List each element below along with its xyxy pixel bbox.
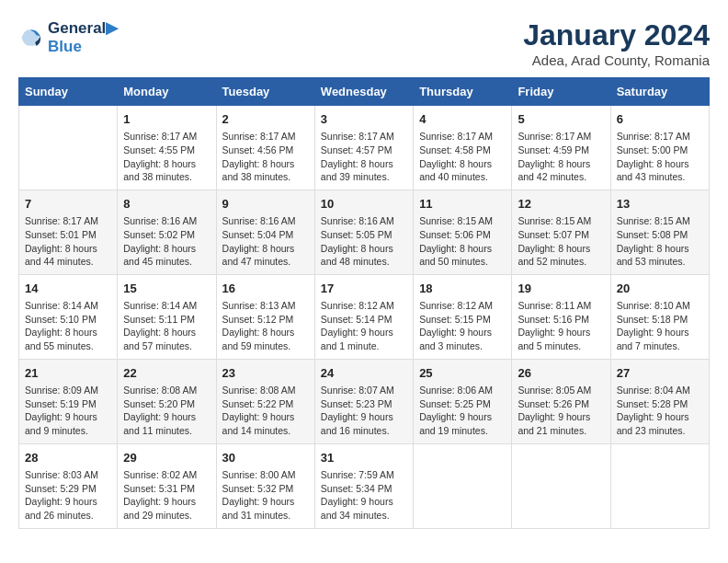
calendar-cell: 31Sunrise: 7:59 AM Sunset: 5:34 PM Dayli…: [314, 443, 413, 528]
calendar-cell: 19Sunrise: 8:11 AM Sunset: 5:16 PM Dayli…: [512, 274, 610, 359]
day-info: Sunrise: 8:11 AM Sunset: 5:16 PM Dayligh…: [518, 299, 604, 353]
calendar-table: SundayMondayTuesdayWednesdayThursdayFrid…: [18, 77, 710, 529]
day-number: 18: [419, 281, 506, 297]
calendar-cell: 3Sunrise: 8:17 AM Sunset: 4:57 PM Daylig…: [314, 106, 413, 190]
week-row-1: 7Sunrise: 8:17 AM Sunset: 5:01 PM Daylig…: [19, 190, 710, 274]
day-number: 8: [123, 196, 210, 213]
logo-text: General▶ Blue: [48, 18, 118, 56]
day-info: Sunrise: 8:03 AM Sunset: 5:29 PM Dayligh…: [25, 468, 111, 523]
calendar-cell: 27Sunrise: 8:04 AM Sunset: 5:28 PM Dayli…: [610, 359, 709, 443]
day-number: 2: [222, 111, 309, 128]
calendar-header: SundayMondayTuesdayWednesdayThursdayFrid…: [19, 78, 710, 106]
day-info: Sunrise: 8:08 AM Sunset: 5:22 PM Dayligh…: [222, 384, 309, 438]
calendar-cell: [19, 106, 118, 190]
header-row: SundayMondayTuesdayWednesdayThursdayFrid…: [19, 78, 710, 106]
week-row-2: 14Sunrise: 8:14 AM Sunset: 5:10 PM Dayli…: [19, 274, 710, 359]
day-number: 20: [617, 281, 703, 297]
day-info: Sunrise: 8:08 AM Sunset: 5:20 PM Dayligh…: [123, 384, 210, 438]
day-info: Sunrise: 8:17 AM Sunset: 5:00 PM Dayligh…: [617, 130, 703, 184]
calendar-cell: [512, 443, 610, 528]
header-thursday: Thursday: [414, 78, 512, 106]
logo: General▶ Blue: [18, 18, 118, 56]
day-number: 6: [617, 111, 703, 128]
header-wednesday: Wednesday: [314, 78, 413, 106]
day-info: Sunrise: 8:17 AM Sunset: 5:01 PM Dayligh…: [25, 214, 111, 269]
day-info: Sunrise: 8:02 AM Sunset: 5:31 PM Dayligh…: [123, 468, 210, 523]
calendar-cell: 1Sunrise: 8:17 AM Sunset: 4:55 PM Daylig…: [118, 106, 216, 190]
day-number: 17: [321, 281, 407, 297]
day-number: 3: [321, 111, 407, 128]
day-info: Sunrise: 8:16 AM Sunset: 5:05 PM Dayligh…: [321, 214, 407, 269]
title-area: January 2024 Adea, Arad County, Romania: [523, 18, 710, 68]
day-number: 26: [518, 365, 604, 382]
calendar-cell: 13Sunrise: 8:15 AM Sunset: 5:08 PM Dayli…: [610, 190, 709, 274]
logo-icon: [18, 25, 44, 51]
calendar-cell: 17Sunrise: 8:12 AM Sunset: 5:14 PM Dayli…: [314, 274, 413, 359]
calendar-cell: 18Sunrise: 8:12 AM Sunset: 5:15 PM Dayli…: [414, 274, 512, 359]
calendar-cell: 9Sunrise: 8:16 AM Sunset: 5:04 PM Daylig…: [216, 190, 314, 274]
day-number: 1: [123, 111, 210, 128]
calendar-cell: 7Sunrise: 8:17 AM Sunset: 5:01 PM Daylig…: [19, 190, 118, 274]
day-info: Sunrise: 8:15 AM Sunset: 5:07 PM Dayligh…: [518, 214, 604, 269]
day-info: Sunrise: 8:17 AM Sunset: 4:57 PM Dayligh…: [321, 130, 407, 184]
day-number: 19: [518, 281, 604, 297]
week-row-0: 1Sunrise: 8:17 AM Sunset: 4:55 PM Daylig…: [19, 106, 710, 190]
day-info: Sunrise: 8:15 AM Sunset: 5:08 PM Dayligh…: [617, 214, 703, 269]
day-number: 10: [321, 196, 407, 213]
day-info: Sunrise: 8:13 AM Sunset: 5:12 PM Dayligh…: [222, 299, 309, 353]
day-info: Sunrise: 8:17 AM Sunset: 4:55 PM Dayligh…: [123, 130, 210, 184]
day-info: Sunrise: 8:16 AM Sunset: 5:04 PM Dayligh…: [222, 214, 309, 269]
day-number: 13: [617, 196, 703, 213]
day-info: Sunrise: 8:07 AM Sunset: 5:23 PM Dayligh…: [321, 384, 407, 438]
day-number: 4: [419, 111, 506, 128]
main-title: January 2024: [523, 18, 710, 52]
header: General▶ Blue January 2024 Adea, Arad Co…: [18, 18, 710, 68]
day-info: Sunrise: 8:17 AM Sunset: 4:58 PM Dayligh…: [419, 130, 506, 184]
calendar-cell: 25Sunrise: 8:06 AM Sunset: 5:25 PM Dayli…: [414, 359, 512, 443]
day-number: 22: [123, 365, 210, 382]
day-info: Sunrise: 8:17 AM Sunset: 4:59 PM Dayligh…: [518, 130, 604, 184]
calendar-cell: 11Sunrise: 8:15 AM Sunset: 5:06 PM Dayli…: [414, 190, 512, 274]
day-number: 5: [518, 111, 604, 128]
calendar-cell: 2Sunrise: 8:17 AM Sunset: 4:56 PM Daylig…: [216, 106, 314, 190]
calendar-cell: 24Sunrise: 8:07 AM Sunset: 5:23 PM Dayli…: [314, 359, 413, 443]
calendar-cell: [414, 443, 512, 528]
day-info: Sunrise: 8:00 AM Sunset: 5:32 PM Dayligh…: [222, 468, 309, 523]
calendar-cell: 20Sunrise: 8:10 AM Sunset: 5:18 PM Dayli…: [610, 274, 709, 359]
calendar-cell: 14Sunrise: 8:14 AM Sunset: 5:10 PM Dayli…: [19, 274, 118, 359]
day-number: 15: [123, 281, 210, 297]
day-info: Sunrise: 8:17 AM Sunset: 4:56 PM Dayligh…: [222, 130, 309, 184]
day-number: 14: [25, 281, 111, 297]
calendar-cell: 6Sunrise: 8:17 AM Sunset: 5:00 PM Daylig…: [610, 106, 709, 190]
day-number: 16: [222, 281, 309, 297]
day-info: Sunrise: 7:59 AM Sunset: 5:34 PM Dayligh…: [321, 468, 407, 523]
day-number: 27: [617, 365, 703, 382]
day-info: Sunrise: 8:12 AM Sunset: 5:14 PM Dayligh…: [321, 299, 407, 353]
calendar-cell: 21Sunrise: 8:09 AM Sunset: 5:19 PM Dayli…: [19, 359, 118, 443]
calendar-cell: 26Sunrise: 8:05 AM Sunset: 5:26 PM Dayli…: [512, 359, 610, 443]
day-number: 31: [321, 450, 407, 466]
day-number: 28: [25, 450, 111, 466]
calendar-cell: 5Sunrise: 8:17 AM Sunset: 4:59 PM Daylig…: [512, 106, 610, 190]
header-sunday: Sunday: [19, 78, 118, 106]
week-row-3: 21Sunrise: 8:09 AM Sunset: 5:19 PM Dayli…: [19, 359, 710, 443]
day-number: 23: [222, 365, 309, 382]
calendar-cell: 22Sunrise: 8:08 AM Sunset: 5:20 PM Dayli…: [118, 359, 216, 443]
header-friday: Friday: [512, 78, 610, 106]
subtitle: Adea, Arad County, Romania: [523, 52, 710, 68]
day-number: 11: [419, 196, 506, 213]
calendar-cell: 10Sunrise: 8:16 AM Sunset: 5:05 PM Dayli…: [314, 190, 413, 274]
day-number: 29: [123, 450, 210, 466]
day-info: Sunrise: 8:10 AM Sunset: 5:18 PM Dayligh…: [617, 299, 703, 353]
header-tuesday: Tuesday: [216, 78, 314, 106]
week-row-4: 28Sunrise: 8:03 AM Sunset: 5:29 PM Dayli…: [19, 443, 710, 528]
day-number: 21: [25, 365, 111, 382]
calendar-body: 1Sunrise: 8:17 AM Sunset: 4:55 PM Daylig…: [19, 106, 710, 529]
day-info: Sunrise: 8:14 AM Sunset: 5:11 PM Dayligh…: [123, 299, 210, 353]
calendar-cell: 23Sunrise: 8:08 AM Sunset: 5:22 PM Dayli…: [216, 359, 314, 443]
calendar-cell: 15Sunrise: 8:14 AM Sunset: 5:11 PM Dayli…: [118, 274, 216, 359]
day-info: Sunrise: 8:16 AM Sunset: 5:02 PM Dayligh…: [123, 214, 210, 269]
calendar-cell: 12Sunrise: 8:15 AM Sunset: 5:07 PM Dayli…: [512, 190, 610, 274]
day-number: 25: [419, 365, 506, 382]
header-saturday: Saturday: [610, 78, 709, 106]
